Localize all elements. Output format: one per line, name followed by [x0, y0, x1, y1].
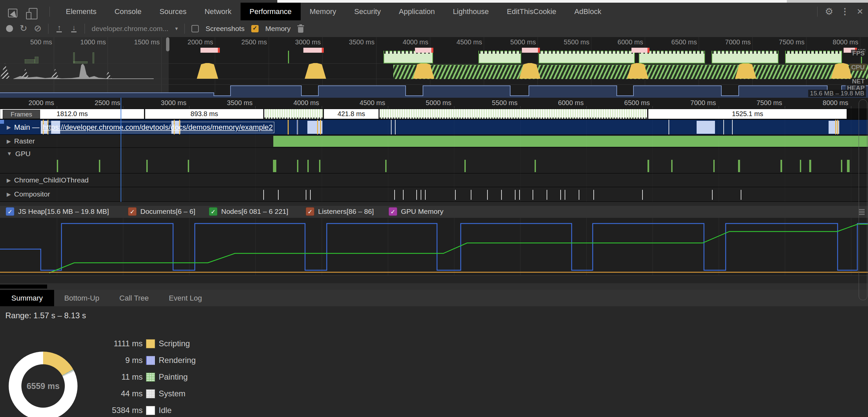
raster-track[interactable]: ▶Raster [0, 134, 868, 147]
overview-selection-handle[interactable] [166, 37, 169, 51]
counter-checkbox[interactable]: ✓ [389, 207, 397, 216]
gpu-track[interactable]: ▼GPU [0, 147, 868, 173]
counter-item-js-heap[interactable]: ✓JS Heap[15.6 MB – 19.8 MB] [6, 207, 109, 216]
raster-track-header[interactable]: ▶Raster [7, 137, 35, 145]
gpu-activity-tick [648, 160, 649, 172]
frames-fast-region[interactable] [379, 109, 647, 119]
overview-long-frame-tip [218, 48, 220, 53]
main-track-header[interactable]: ▶Main — https://developer.chrome.com/dev… [7, 120, 273, 135]
timeline-ruler-tick [322, 106, 322, 108]
screenshots-checkbox[interactable] [191, 25, 199, 32]
timeline-ruler-tick [586, 106, 587, 108]
tab-network[interactable]: Network [195, 3, 241, 20]
overview-fps-dim-block [73, 61, 88, 63]
playhead-line[interactable] [121, 98, 121, 202]
gpu-track-header[interactable]: ▼GPU [7, 150, 30, 158]
collapse-arrow-icon[interactable]: ▶ [7, 177, 11, 183]
timeline-overview[interactable]: 500 ms1000 ms1500 ms2000 ms2500 ms3000 m… [0, 37, 868, 98]
counter-item-listeners[interactable]: ✓Listeners[86 – 86] [306, 207, 374, 216]
tab-adblock[interactable]: AdBlock [565, 3, 611, 20]
memory-counters-chart[interactable] [0, 218, 868, 283]
counter-item-nodes[interactable]: ✓Nodes[6 081 – 6 221] [209, 207, 288, 216]
devtools-window: { "tabs": [ {"label":"Elements"},{"label… [0, 0, 868, 417]
overview-net-label: NET [850, 78, 866, 85]
chrome-childiothread-track[interactable]: ▶Chrome_ChildIOThread [0, 173, 868, 187]
counter-checkbox[interactable]: ✓ [6, 207, 14, 216]
horizontal-scrollbar-track [0, 283, 868, 290]
legend-value: 1111 ms [50, 339, 143, 349]
main-scripting-tick [317, 120, 318, 134]
frame-duration-bar[interactable]: 421.8 ms [324, 109, 378, 119]
timeline-ruler-label: 6500 ms [624, 99, 650, 107]
close-devtools-icon[interactable]: ✕ [857, 7, 863, 16]
main-activity-block[interactable] [696, 121, 715, 134]
compositor-track[interactable]: ▶Compositor [0, 187, 868, 202]
frames-track[interactable]: 1812.0 ms893.8 ms421.8 ms1525.1 msFrames [0, 108, 868, 119]
save-profile-icon[interactable]: ↓ [70, 25, 78, 32]
gpu-activity-tick [385, 160, 386, 172]
frames-track-label[interactable]: Frames [3, 110, 40, 119]
childio-track-name: Chrome_ChildIOThread [14, 176, 89, 184]
clear-recording-icon[interactable]: ⊘ [34, 24, 42, 33]
counter-checkbox[interactable]: ✓ [128, 207, 137, 216]
overview-fps-label: FPS [851, 50, 866, 57]
overview-fps-block [785, 51, 842, 63]
settings-gear-icon[interactable]: ⚙ [825, 6, 833, 17]
compositor-activity-tick [579, 190, 579, 200]
legend-value: 11 ms [50, 372, 143, 382]
tab-performance[interactable]: Performance [241, 3, 301, 20]
expand-arrow-icon[interactable]: ▼ [7, 151, 12, 157]
tab-elements[interactable]: Elements [57, 3, 105, 20]
overview-long-frame-tip [322, 48, 324, 53]
collapse-arrow-icon[interactable]: ▶ [7, 191, 11, 198]
memory-checkbox[interactable]: ✓ [251, 25, 258, 32]
tab-sources[interactable]: Sources [150, 3, 195, 20]
load-profile-icon[interactable]: ↑ [55, 25, 63, 32]
tab-call-tree[interactable]: Call Tree [109, 290, 159, 306]
legend-swatch [146, 389, 155, 398]
devtools-tabbar: ElementsConsoleSourcesNetworkPerformance… [0, 3, 868, 21]
kebab-menu-icon[interactable]: ⋮ [841, 6, 849, 17]
tab-memory[interactable]: Memory [301, 3, 345, 20]
frame-duration-bar[interactable]: 1525.1 ms [648, 109, 847, 119]
tab-editthiscookie[interactable]: EditThisCookie [498, 3, 565, 20]
timeline-ruler-label: 3000 ms [161, 99, 186, 107]
compositor-track-header[interactable]: ▶Compositor [7, 190, 50, 198]
legend-row-rendering: 9 msRendering [0, 355, 301, 366]
tab-security[interactable]: Security [345, 3, 390, 20]
main-thread-track[interactable]: ▶Main — https://developer.chrome.com/dev… [0, 119, 868, 134]
timeline-tracks-area[interactable]: 2000 ms2500 ms3000 ms3500 ms4000 ms4500 … [0, 98, 868, 202]
tab-application[interactable]: Application [390, 3, 444, 20]
frames-fast-region[interactable] [264, 109, 323, 119]
memory-chart-svg [0, 218, 868, 275]
counter-item-documents[interactable]: ✓Documents[6 – 6] [128, 207, 195, 216]
vertical-scrollbar[interactable] [859, 99, 867, 300]
performance-toolbar: ↻ ⊘ ↑ ↓ developer.chrome.com... ▾ Screen… [0, 20, 868, 37]
trash-icon[interactable] [297, 24, 304, 33]
collapse-arrow-icon[interactable]: ▶ [7, 138, 11, 144]
tab-lighthouse[interactable]: Lighthouse [444, 3, 498, 20]
collapse-arrow-icon[interactable]: ▶ [7, 124, 11, 131]
childio-track-header[interactable]: ▶Chrome_ChildIOThread [7, 176, 89, 184]
page-selector-dropdown[interactable]: developer.chrome.com... [92, 25, 168, 33]
overview-heap-range-label: 15.6 MB – 19.8 MB [808, 90, 866, 97]
memory-label: Memory [265, 25, 291, 33]
tab-summary[interactable]: Summary [0, 290, 54, 306]
record-button[interactable] [6, 25, 13, 32]
tab-bottom-up[interactable]: Bottom-Up [54, 290, 109, 306]
counter-checkbox[interactable]: ✓ [209, 207, 217, 216]
frame-duration-bar[interactable]: 893.8 ms [145, 109, 263, 119]
tab-console[interactable]: Console [105, 3, 151, 20]
compositor-activity-tick [471, 190, 471, 200]
overview-fps-crenellation [786, 51, 841, 54]
compositor-activity-tick [519, 190, 520, 200]
tab-event-log[interactable]: Event Log [159, 290, 212, 306]
raster-activity-bar[interactable] [273, 136, 868, 147]
main-track-url[interactable]: https://developer.chrome.com/devtools/do… [43, 123, 273, 132]
counter-checkbox[interactable]: ✓ [306, 207, 314, 216]
counter-item-gpu-memory[interactable]: ✓GPU Memory [389, 207, 443, 216]
reload-and-record-icon[interactable]: ↻ [20, 24, 27, 33]
timeline-ruler-label: 6000 ms [558, 99, 584, 107]
horizontal-scrollbar-thumb[interactable] [0, 284, 47, 288]
compositor-activity-tick [560, 190, 561, 200]
